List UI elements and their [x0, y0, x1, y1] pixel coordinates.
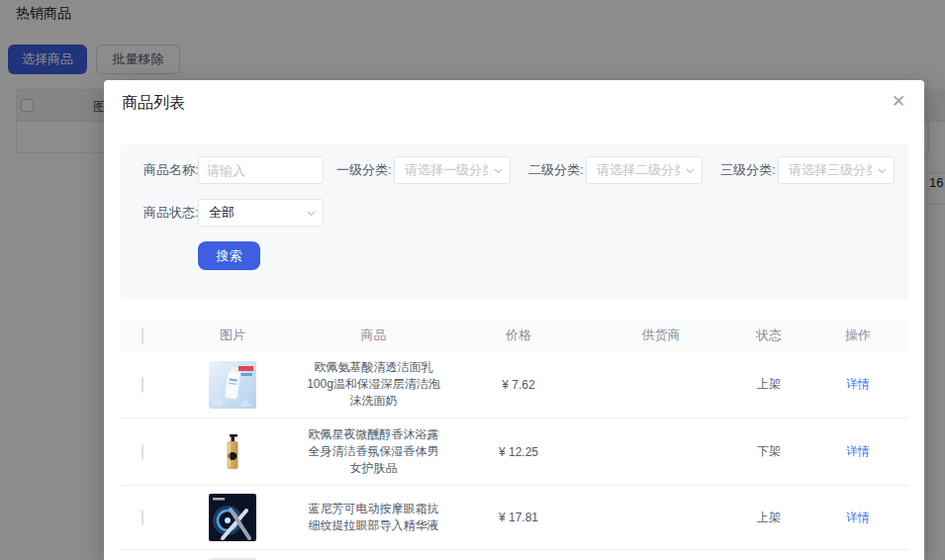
category2-select[interactable]: 请选择二级分类 — [586, 156, 703, 184]
product-list-modal: 商品列表 ✕ 商品名称: 一级分类: 请选择一级分类 二级分类: 请选择二级分类… — [104, 80, 924, 560]
detail-link[interactable]: 详情 — [807, 376, 908, 393]
product-status: 下架 — [730, 443, 807, 460]
product-name: 欧佩氨基酸清透洁面乳100g温和保湿深层清洁泡沫洗面奶 — [302, 359, 445, 410]
table-row: 蓝尼芳可电动按摩眼霜抗细纹提拉眼部导入精华液 ¥ 17.81 上架 详情 — [121, 486, 908, 550]
product-supplier — [592, 384, 730, 385]
screen: 热销商品 选择商品 批量移除 图片 16 商品列表 ✕ 商品名称: 一级分类: … — [0, 0, 945, 560]
product-price: ¥ 12.25 — [445, 445, 592, 459]
table-row: 欧佩星夜微醺醇香沐浴露全身清洁香氛保湿香体男女护肤品 ¥ 12.25 下架 详情 — [121, 419, 908, 486]
table-row: 欧佩氨基酸清透洁面乳100g温和保湿深层清洁泡沫洗面奶 ¥ 7.62 上架 详情 — [121, 351, 908, 419]
close-icon[interactable]: ✕ — [887, 89, 910, 113]
product-thumbnail-cleanser-tube — [209, 361, 256, 409]
table-row: 欧佩大米面膜补水保湿提亮肤色嫩滑肌肤 — [121, 550, 908, 560]
filter-panel: 商品名称: 一级分类: 请选择一级分类 二级分类: 请选择二级分类 三级分类: … — [121, 143, 908, 300]
product-thumbnail-eye-device — [209, 494, 256, 541]
table-header-row: 图片 商品 价格 供货商 状态 操作 — [121, 320, 908, 351]
product-price: ¥ 17.81 — [445, 511, 592, 524]
row-checkbox[interactable] — [142, 444, 143, 460]
product-thumbnail-gold-bottle — [209, 428, 256, 476]
column-product: 商品 — [302, 327, 445, 344]
column-image: 图片 — [163, 327, 302, 344]
product-supplier — [592, 451, 730, 452]
product-status-label: 商品状态: — [143, 199, 199, 227]
product-status: 上架 — [730, 376, 807, 393]
chevron-down-icon — [686, 166, 695, 175]
product-name-label: 商品名称: — [143, 156, 199, 184]
search-button[interactable]: 搜索 — [198, 241, 260, 270]
column-supplier: 供货商 — [592, 327, 730, 344]
category1-select[interactable]: 请选择一级分类 — [394, 156, 511, 184]
category1-label: 一级分类: — [336, 156, 392, 184]
row-checkbox[interactable] — [142, 510, 143, 525]
column-status: 状态 — [730, 327, 807, 344]
category2-label: 二级分类: — [528, 156, 584, 184]
product-price: ¥ 7.62 — [445, 378, 592, 392]
column-price: 价格 — [445, 327, 592, 344]
detail-link[interactable]: 详情 — [807, 443, 908, 460]
product-name-input[interactable] — [198, 156, 324, 184]
product-name: 欧佩星夜微醺醇香沐浴露全身清洁香氛保湿香体男女护肤品 — [302, 426, 445, 477]
category3-label: 三级分类: — [720, 156, 776, 184]
select-all-checkbox[interactable] — [142, 327, 143, 344]
chevron-down-icon — [307, 209, 316, 218]
chevron-down-icon — [878, 166, 887, 175]
category3-select[interactable]: 请选择三级分类 — [778, 156, 895, 184]
product-table: 图片 商品 价格 供货商 状态 操作 — [121, 320, 908, 560]
product-status: 上架 — [730, 510, 807, 526]
product-supplier — [592, 517, 730, 518]
chevron-down-icon — [494, 166, 503, 175]
detail-link[interactable]: 详情 — [807, 510, 908, 526]
product-status-select[interactable]: 全部 — [198, 199, 324, 227]
modal-title: 商品列表 — [122, 93, 185, 114]
row-checkbox[interactable] — [142, 377, 143, 393]
product-name: 蓝尼芳可电动按摩眼霜抗细纹提拉眼部导入精华液 — [302, 501, 445, 534]
column-action: 操作 — [807, 327, 908, 344]
